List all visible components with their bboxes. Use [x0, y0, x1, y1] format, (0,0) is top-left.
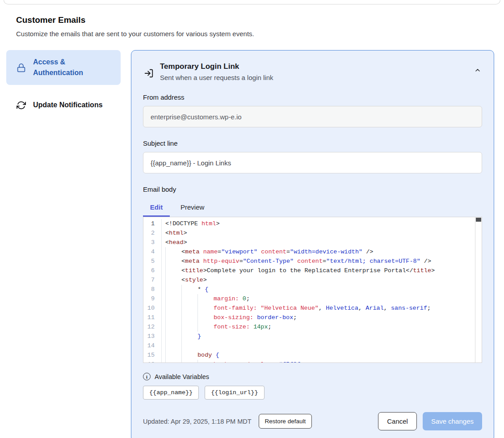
sidebar-item-label: Update Notifications — [33, 100, 103, 110]
line-number: 16 — [143, 360, 162, 363]
updated-timestamp: Updated: Apr 29, 2025, 1:18 PM MDT — [143, 418, 252, 425]
code-line: 15body { — [143, 350, 482, 360]
code-line: 11box-sizing: border-box; — [143, 313, 482, 322]
code-line: 12font-size: 14px; — [143, 322, 482, 332]
collapse-button[interactable] — [474, 67, 481, 75]
tab-edit[interactable]: Edit — [143, 200, 170, 217]
editor-scrollbar[interactable] — [475, 217, 482, 362]
code-line: 1<!DOCTYPE html> — [143, 219, 482, 228]
line-number: 11 — [143, 313, 162, 322]
sidebar-item-label: Access & Authentication — [33, 57, 114, 78]
code-line: 14 — [143, 341, 482, 350]
code-line: 8* { — [143, 285, 482, 294]
email-settings-panel: Temporary Login Link Sent when a user re… — [131, 50, 494, 438]
line-number: 7 — [143, 275, 162, 285]
sidebar-item-access-authentication[interactable]: Access & Authentication — [6, 50, 121, 85]
code-line: 13} — [143, 332, 482, 341]
line-number: 14 — [143, 341, 162, 350]
line-number: 15 — [143, 350, 162, 360]
code-editor[interactable]: 1<!DOCTYPE html>2<html>3<head>4<meta nam… — [143, 217, 482, 363]
code-line: 4<meta name="viewport" content="width=de… — [143, 247, 482, 257]
lock-icon — [17, 63, 26, 72]
restore-default-button[interactable]: Restore default — [259, 414, 312, 429]
line-number: 10 — [143, 303, 162, 313]
code-line: 9margin: 0; — [143, 294, 482, 303]
line-number: 8 — [143, 285, 162, 294]
panel-subtitle: Sent when a user requests a login link — [160, 74, 273, 81]
refresh-icon — [17, 101, 26, 110]
previous-card-bottom-edge — [4, 0, 500, 4]
scrollbar-thumb[interactable] — [476, 218, 481, 222]
code-line: 16background-color: #f5f8fa; — [143, 360, 482, 363]
from-address-label: From address — [143, 93, 482, 101]
available-variables-row: i Available Variables — [143, 373, 482, 380]
line-number: 12 — [143, 322, 162, 332]
login-icon — [144, 68, 154, 78]
variable-chip-app-name[interactable]: {{app_name}} — [143, 386, 199, 400]
available-variables-label: Available Variables — [155, 373, 209, 380]
from-address-input[interactable] — [143, 106, 482, 127]
line-number: 6 — [143, 266, 162, 275]
code-line: 5<meta http-equiv="Content-Type" content… — [143, 257, 482, 266]
code-line: 2<html> — [143, 228, 482, 238]
panel-header: Temporary Login Link Sent when a user re… — [143, 62, 482, 81]
editor-tabs: Edit Preview — [143, 200, 482, 217]
email-body-label: Email body — [143, 185, 482, 193]
panel-title: Temporary Login Link — [160, 62, 273, 71]
code-area: 1<!DOCTYPE html>2<html>3<head>4<meta nam… — [143, 219, 482, 363]
line-number: 5 — [143, 257, 162, 266]
tab-preview[interactable]: Preview — [181, 200, 204, 217]
line-number: 4 — [143, 247, 162, 257]
line-number: 1 — [143, 219, 162, 228]
sidebar-item-update-notifications[interactable]: Update Notifications — [6, 93, 121, 117]
chevron-up-icon — [474, 67, 481, 75]
panel-footer: Updated: Apr 29, 2025, 1:18 PM MDT Resto… — [143, 412, 482, 430]
variable-chip-login-url[interactable]: {{login_url}} — [205, 386, 264, 400]
line-number: 3 — [143, 238, 162, 247]
line-number: 13 — [143, 332, 162, 341]
code-line: 3<head> — [143, 238, 482, 247]
sidebar: Access & Authentication Update Notificat… — [6, 50, 121, 117]
variable-chips: {{app_name}} {{login_url}} — [143, 386, 482, 400]
code-line: 6<title>Complete your login to the Repli… — [143, 266, 482, 275]
line-number: 9 — [143, 294, 162, 303]
cancel-button[interactable]: Cancel — [378, 412, 417, 430]
subject-line-input[interactable] — [143, 152, 482, 173]
page-title: Customer Emails — [16, 15, 504, 25]
content-area: Access & Authentication Update Notificat… — [0, 50, 504, 438]
page-subtitle: Customize the emails that are sent to yo… — [16, 30, 504, 38]
panel-header-text: Temporary Login Link Sent when a user re… — [160, 62, 273, 81]
subject-line-label: Subject line — [143, 139, 482, 147]
code-line: 7<style> — [143, 275, 482, 285]
code-line: 10font-family: "Helvetica Neue", Helveti… — [143, 303, 482, 313]
line-number: 2 — [143, 228, 162, 238]
info-icon: i — [143, 373, 151, 380]
save-changes-button[interactable]: Save changes — [423, 412, 482, 430]
